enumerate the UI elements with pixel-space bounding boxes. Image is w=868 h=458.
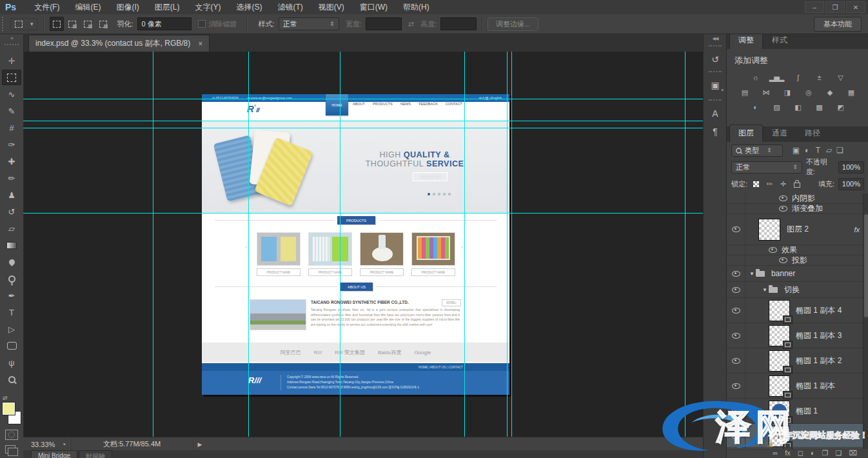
tool-preset-picker[interactable]: ▾ xyxy=(10,18,38,30)
document-window[interactable]: ✆ 0512-82707626 ✉ sara.wu@rongweigroup.c… xyxy=(23,52,703,437)
layer-row-椭圆 1[interactable]: 椭圆 1 xyxy=(727,399,868,424)
layer-row-渐变叠加[interactable]: 渐变叠加 xyxy=(727,204,868,214)
tab-样式[interactable]: 样式 xyxy=(764,32,796,49)
rectangular-marquee-tool[interactable] xyxy=(2,70,21,85)
history-panel-icon[interactable]: ↺ xyxy=(707,52,724,67)
channel-mixer-icon[interactable]: ◆ xyxy=(822,87,838,97)
delete-layer-icon[interactable]: ⌧ xyxy=(849,449,857,457)
layer-row-切换[interactable]: ▼切换 xyxy=(727,282,868,298)
visibility-eye-icon[interactable] xyxy=(732,333,740,339)
opacity-field[interactable]: 100% xyxy=(838,161,864,174)
visibility-eye-icon[interactable] xyxy=(769,247,777,253)
menu-滤镜(T)[interactable]: 滤镜(T) xyxy=(270,3,310,12)
tab-通道[interactable]: 通道 xyxy=(764,125,796,142)
menu-选择(S)[interactable]: 选择(S) xyxy=(228,3,270,12)
crop-tool[interactable]: # xyxy=(2,120,21,135)
type-filter-icon[interactable]: T xyxy=(813,146,824,155)
restore-button-icon[interactable]: ❐ xyxy=(825,1,845,13)
vibrance-icon[interactable]: ▽ xyxy=(833,72,848,83)
brightness-contrast-icon[interactable]: ☼ xyxy=(747,72,763,83)
visibility-eye-icon[interactable] xyxy=(732,383,740,389)
visibility-eye-icon[interactable] xyxy=(732,408,740,414)
toolbar-grip[interactable] xyxy=(5,44,19,45)
menu-图层(L)[interactable]: 图层(L) xyxy=(147,3,188,12)
menu-文字(Y)[interactable]: 文字(Y) xyxy=(187,3,228,12)
layer-row-投影[interactable]: 投影 xyxy=(727,255,868,266)
black-white-icon[interactable]: ◨ xyxy=(780,87,795,97)
tab-路径[interactable]: 路径 xyxy=(796,125,829,142)
blend-mode-select[interactable]: 正常 ⇕ xyxy=(731,161,802,174)
pixel-filter-icon[interactable]: ▣ xyxy=(791,146,802,155)
hue-saturation-icon[interactable]: ▤ xyxy=(737,87,753,97)
new-layer-icon[interactable]: ❏ xyxy=(835,449,842,457)
swap-colors-icon[interactable]: ⇄ xyxy=(3,395,8,401)
menu-文件(F)[interactable]: 文件(F) xyxy=(26,3,67,12)
visibility-eye-icon[interactable] xyxy=(732,308,740,314)
character-panel-icon[interactable]: A xyxy=(707,106,724,121)
blur-tool[interactable] xyxy=(2,254,21,270)
workspace-switcher-button[interactable]: 基本功能 xyxy=(814,17,862,32)
width-input[interactable] xyxy=(366,17,402,30)
tab-Mini Bridge[interactable]: Mini Bridge xyxy=(31,450,77,458)
adjustment-layer-icon[interactable]: ◐ xyxy=(811,449,815,457)
posterize-icon[interactable]: ▨ xyxy=(769,102,784,112)
layer-row-图层 2[interactable]: 图层 2fx xyxy=(727,214,868,245)
menu-编辑(E)[interactable]: 编辑(E) xyxy=(67,3,108,12)
dodge-tool[interactable] xyxy=(2,271,21,286)
gradient-tool[interactable] xyxy=(2,237,21,253)
adjustment-filter-icon[interactable]: ◐ xyxy=(802,146,813,155)
feather-input[interactable]: 0 像素 xyxy=(137,17,192,30)
style-select[interactable]: 正常 ⇕ xyxy=(279,17,339,30)
close-button-icon[interactable]: ✕ xyxy=(846,1,865,13)
layer-row-contact us 副本[interactable]: T⚠contact us 副本 xyxy=(727,424,868,449)
lock-position-icon[interactable]: ✛ xyxy=(778,180,788,188)
layer-mask-icon[interactable]: ◻ xyxy=(798,449,804,457)
eyedropper-tool[interactable]: ✑ xyxy=(2,137,21,152)
smart-object-filter-icon[interactable]: ❏ xyxy=(834,146,845,155)
new-group-icon[interactable]: ❐ xyxy=(822,449,829,457)
fx-badge[interactable]: fx xyxy=(854,226,860,234)
menu-窗口(W)[interactable]: 窗口(W) xyxy=(352,3,395,12)
layer-row-椭圆 1 副本 2[interactable]: 椭圆 1 副本 2 xyxy=(727,348,868,373)
swap-dimensions-icon[interactable]: ⇄ xyxy=(408,20,414,28)
link-layers-icon[interactable]: ∞ xyxy=(773,449,778,457)
visibility-eye-icon[interactable] xyxy=(732,271,740,277)
tab-时间轴[interactable]: 时间轴 xyxy=(79,450,112,458)
clone-stamp-tool[interactable]: ♟ xyxy=(2,187,21,203)
foreground-color-swatch[interactable] xyxy=(3,403,15,415)
paragraph-panel-icon[interactable]: ¶ xyxy=(707,124,724,139)
screen-mode-button[interactable] xyxy=(5,445,15,453)
visibility-eye-icon[interactable] xyxy=(732,287,740,293)
history-brush-tool[interactable]: ↺ xyxy=(2,204,21,219)
quick-selection-tool[interactable]: ✎ xyxy=(2,103,21,119)
layer-style-icon[interactable]: fx xyxy=(785,449,791,457)
new-selection-button[interactable] xyxy=(50,17,64,31)
collapse-toolbar-icon[interactable]: » xyxy=(0,35,23,41)
curves-icon[interactable]: ʃ xyxy=(790,72,805,83)
lock-all-icon[interactable] xyxy=(792,180,802,188)
expand-panels-icon[interactable]: ◀◀ xyxy=(704,36,727,41)
shape-filter-icon[interactable]: ▱ xyxy=(824,146,834,155)
pen-tool[interactable]: ✒ xyxy=(2,288,21,303)
path-selection-tool[interactable]: ▷ xyxy=(2,321,21,337)
document-tab[interactable]: index.psd @ 33.3% (contact us 副本, RGB/8)… xyxy=(28,35,210,52)
layer-row-椭圆 1 副本 4[interactable]: 椭圆 1 副本 4 xyxy=(727,298,868,323)
menu-视图(V)[interactable]: 视图(V) xyxy=(311,3,352,12)
lasso-tool[interactable]: ∿ xyxy=(2,86,21,102)
fill-field[interactable]: 100% xyxy=(838,178,864,190)
zoom-tool[interactable] xyxy=(2,372,21,387)
threshold-icon[interactable]: ◧ xyxy=(790,102,805,112)
visibility-eye-icon[interactable] xyxy=(779,195,787,201)
shape-tool[interactable] xyxy=(2,338,21,353)
scrollbar-thumb[interactable] xyxy=(864,214,868,317)
eraser-tool[interactable]: ▱ xyxy=(2,221,21,236)
expand-triangle-icon[interactable]: ▼ xyxy=(762,287,767,293)
color-lookup-icon[interactable]: ▦ xyxy=(843,87,859,97)
layer-row-banner[interactable]: ▼banner xyxy=(727,266,868,282)
hand-tool[interactable]: ψ xyxy=(2,355,21,370)
lock-transparency-icon[interactable] xyxy=(751,181,761,187)
lock-pixels-icon[interactable]: ✏ xyxy=(765,180,774,188)
close-tab-icon[interactable]: × xyxy=(198,39,202,48)
visibility-eye-icon[interactable] xyxy=(732,226,740,232)
brush-tool[interactable]: ✏ xyxy=(2,170,21,186)
